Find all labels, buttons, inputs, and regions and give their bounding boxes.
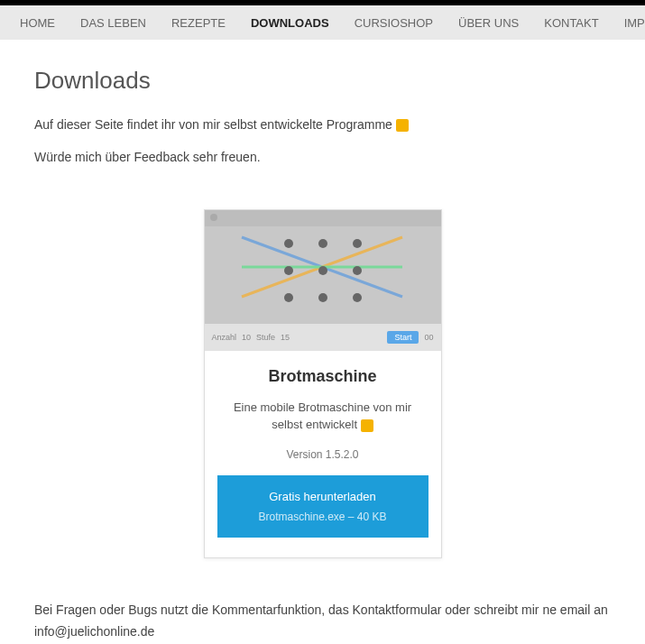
nav-downloads[interactable]: DOWNLOADS (238, 16, 342, 30)
download-card: Anzahl 10 Stufe 15 Start 00 Brotmaschine… (204, 209, 442, 559)
thumb-label-b: Stufe (256, 333, 275, 342)
smile-emoji-icon (396, 119, 409, 132)
app-screenshot-thumb: Anzahl 10 Stufe 15 Start 00 (205, 210, 441, 351)
intro-line-1: Auf dieser Seite findet ihr von mir selb… (34, 115, 611, 134)
nav-rezepte[interactable]: REZEPTE (159, 16, 238, 30)
nav-impressum[interactable]: IMPRE (612, 16, 645, 30)
card-title: Brotmaschine (217, 367, 428, 386)
nav-kontakt[interactable]: KONTAKT (531, 16, 611, 30)
nav-dasleben[interactable]: DAS LEBEN (68, 16, 159, 30)
download-button-line2: Brotmaschine.exe – 40 KB (226, 509, 419, 525)
intro-line-2: Würde mich über Feedback sehr freuen. (34, 147, 611, 167)
nav-ueberuns[interactable]: ÜBER UNS (446, 16, 531, 30)
thumb-label-a: Anzahl (212, 333, 237, 342)
card-desc: Eine mobile Brotmaschine von mir selbst … (217, 399, 428, 434)
page-title: Downloads (34, 67, 611, 95)
main-nav: HOME DAS LEBEN REZEPTE DOWNLOADS CURSIOS… (0, 5, 645, 40)
nav-home[interactable]: HOME (7, 16, 68, 30)
thumb-start-btn: Start (387, 331, 419, 344)
nav-cursioshop[interactable]: CURSIOSHOP (342, 16, 446, 30)
download-button-line1: Gratis herunterladen (226, 488, 419, 506)
smile-emoji-icon (361, 419, 373, 432)
footer-text: Bei Fragen oder Bugs nutzt die Kommentar… (34, 600, 611, 643)
card-version: Version 1.5.2.0 (217, 448, 428, 461)
download-button[interactable]: Gratis herunterladen Brotmaschine.exe – … (217, 475, 428, 538)
